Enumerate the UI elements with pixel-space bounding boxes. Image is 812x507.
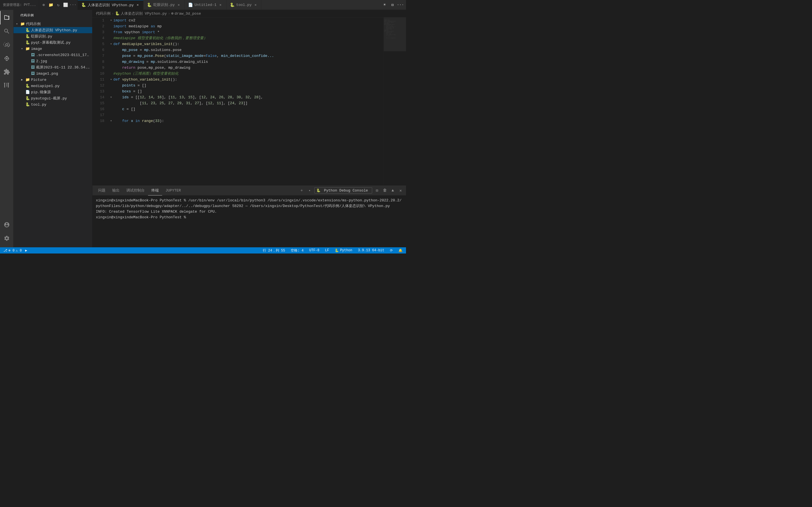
status-sync[interactable]: ⟳: [389, 247, 394, 253]
token-op: = [[: [129, 94, 140, 100]
tree-item-s12[interactable]: 📄pip.镜像源: [13, 89, 92, 95]
py-icon-tab1: 🐍: [81, 3, 86, 7]
tree-item-s9[interactable]: 🖼image1.png: [13, 70, 92, 76]
status-run[interactable]: ▶: [24, 247, 28, 253]
status-warn-count: ⚠ 0: [16, 248, 22, 252]
status-line-ending[interactable]: LF: [324, 247, 330, 253]
tab-vpython[interactable]: 🐍 人体姿态识别 VPython.py ✕: [78, 0, 144, 10]
refresh-icon[interactable]: ↻: [55, 1, 62, 8]
token-param-kw: static_image_mode: [166, 53, 204, 59]
tab-blink[interactable]: 🐍 眨眼识别.py ✕: [144, 0, 185, 10]
tab1-close[interactable]: ✕: [135, 3, 140, 7]
token-op: [113, 118, 122, 124]
folder-icon: 📁: [20, 22, 25, 26]
panel-close-icon[interactable]: ✕: [398, 187, 404, 193]
line-number-6: 6: [93, 47, 104, 53]
tree-item-s10[interactable]: ▶📁Picture: [13, 76, 92, 83]
minimap-slider[interactable]: [384, 17, 406, 51]
status-spaces[interactable]: 空格: 4: [290, 247, 305, 253]
panel-trash-icon[interactable]: 🗑: [382, 187, 388, 193]
breadcrumb-part1[interactable]: 代码示例: [96, 11, 110, 16]
split-editor-icon[interactable]: ⊟: [389, 1, 396, 8]
token-op: .: [153, 53, 155, 59]
collapse-icon[interactable]: ⬜: [62, 1, 69, 8]
tree-item-s1[interactable]: ▾📁代码示例: [13, 21, 92, 27]
breadcrumb: 代码示例 › 🐍 人体姿态识别 VPython.py › ⊙ draw_3d_p…: [93, 10, 406, 17]
python-debug-console-btn[interactable]: 🐍 Python Debug Console: [314, 187, 372, 193]
line-number-12: 12: [93, 82, 104, 89]
panel-tab-jupyter[interactable]: JUPYTER: [162, 186, 185, 195]
tree-item-s7[interactable]: 🖼2.jpg: [13, 58, 92, 64]
fold-arrow-5[interactable]: ▾: [109, 42, 113, 47]
activity-settings[interactable]: [0, 231, 13, 245]
warning-icon: ⚠: [16, 249, 18, 252]
code-line-9: return pose,mp_pose, mp_drawing: [109, 65, 381, 71]
activity-debug[interactable]: [0, 52, 13, 65]
tree-item-s2[interactable]: 🐍人体姿态识别 VPython.py: [13, 27, 92, 33]
tab-bar: 资源管理器: PYT... ⊕ 📁 ↻ ⬜ ··· 🐍 人体姿态识别 VPyth…: [0, 0, 406, 10]
token-fn: mediapipe_varibles_init: [122, 41, 172, 47]
token-op: ,: [190, 100, 195, 106]
tree-item-s4[interactable]: 🐍pyqt-屏幕截取测试.py: [13, 40, 92, 46]
tree-item-s11[interactable]: 🐍mediapipe1.py: [13, 83, 92, 89]
token-num: 26: [219, 94, 223, 100]
token-kw2: return: [122, 65, 135, 71]
token-op: [120, 76, 122, 82]
status-encoding[interactable]: UTF-8: [308, 247, 320, 253]
breadcrumb-part3[interactable]: draw_3d_pose: [174, 11, 201, 16]
token-num: 28: [254, 94, 259, 100]
tree-item-s6[interactable]: 🖼.screenshot2023-0111_17-56-...: [13, 52, 92, 58]
py-file-icon: 🐍: [26, 102, 30, 107]
panel-split-icon[interactable]: ⊟: [374, 187, 380, 193]
tree-item-s3[interactable]: 🐍眨眼识别.py: [13, 33, 92, 40]
run-icon: ▶: [25, 248, 27, 252]
new-file-icon[interactable]: ⊕: [40, 1, 47, 8]
tree-item-s14[interactable]: 🐍tool.py: [13, 101, 92, 108]
new-folder-icon[interactable]: 📁: [48, 1, 54, 8]
token-op: [: [113, 100, 142, 106]
token-var: points: [113, 82, 135, 89]
activity-account[interactable]: [0, 218, 13, 231]
fold-arrow-14[interactable]: ▾: [109, 95, 113, 100]
activity-scm[interactable]: [0, 38, 13, 52]
panel-tab-output[interactable]: 输出: [109, 186, 123, 195]
status-branch[interactable]: ⎇ ⊗ 0 ⚠ 0: [2, 247, 23, 253]
token-var: ids: [113, 94, 129, 100]
activity-search[interactable]: [0, 24, 13, 38]
terminal-chevron-icon[interactable]: ▾: [306, 187, 313, 193]
code-content[interactable]: ▾import cv2import mediapipe as mpfrom vp…: [107, 17, 384, 185]
tab3-close[interactable]: ✕: [218, 3, 223, 7]
breadcrumb-part2[interactable]: 人体姿态识别 VPython.py: [121, 11, 167, 16]
tree-item-s13[interactable]: 🐍pyautogui-截屏.py: [13, 95, 92, 101]
panel-tab-terminal[interactable]: 终端: [148, 186, 162, 195]
tree-item-s8[interactable]: 🖼截屏2023-01-11 22.36.54.png: [13, 64, 92, 70]
fold-arrow-11[interactable]: ▾: [109, 77, 113, 82]
tab1-label: 人体姿态识别 VPython.py: [88, 3, 134, 8]
status-python-version[interactable]: 3.9.13 64-bit: [357, 247, 386, 253]
tab2-close[interactable]: ✕: [176, 3, 181, 7]
activity-extensions[interactable]: [0, 65, 13, 78]
panel-chevron-up-icon[interactable]: ▲: [390, 187, 396, 193]
fold-arrow-1[interactable]: ▾: [109, 18, 113, 23]
activity-testing[interactable]: [0, 78, 13, 92]
status-python-lang[interactable]: 🐍 Python: [334, 247, 353, 253]
panel-tab-problems[interactable]: 问题: [95, 186, 109, 195]
status-notifications[interactable]: 🔔: [397, 247, 404, 253]
tab-tool[interactable]: 🐍 tool.py ✕: [226, 0, 262, 10]
more-icon[interactable]: ···: [70, 1, 77, 8]
theme-icon[interactable]: ☀: [381, 1, 388, 8]
activity-explorer[interactable]: [0, 11, 13, 24]
sidebar-title-tab[interactable]: 资源管理器: PYT...: [0, 0, 39, 10]
tree-item-s5[interactable]: ▾📁image: [13, 46, 92, 52]
tab-untitled[interactable]: 📄 Untitled-1 ✕: [185, 0, 226, 10]
terminal-content[interactable]: xingxin@xingxindeMacBook-Pro PythonTest …: [93, 195, 406, 247]
add-terminal-icon[interactable]: ＋: [299, 187, 305, 193]
status-position[interactable]: 行 24，列 55: [262, 247, 286, 253]
panel-tab-debug-console[interactable]: 调试控制台: [123, 186, 148, 195]
fold-arrow-18[interactable]: ▾: [109, 119, 113, 123]
code-line-15: [11, 23, 25, 27, 29, 31, 27], [12, 11], …: [109, 100, 381, 106]
tab4-close[interactable]: ✕: [253, 3, 258, 7]
token-num: 11: [142, 100, 146, 106]
tab-more-icon[interactable]: ···: [397, 1, 404, 8]
breadcrumb-py-icon: 🐍: [115, 11, 119, 16]
